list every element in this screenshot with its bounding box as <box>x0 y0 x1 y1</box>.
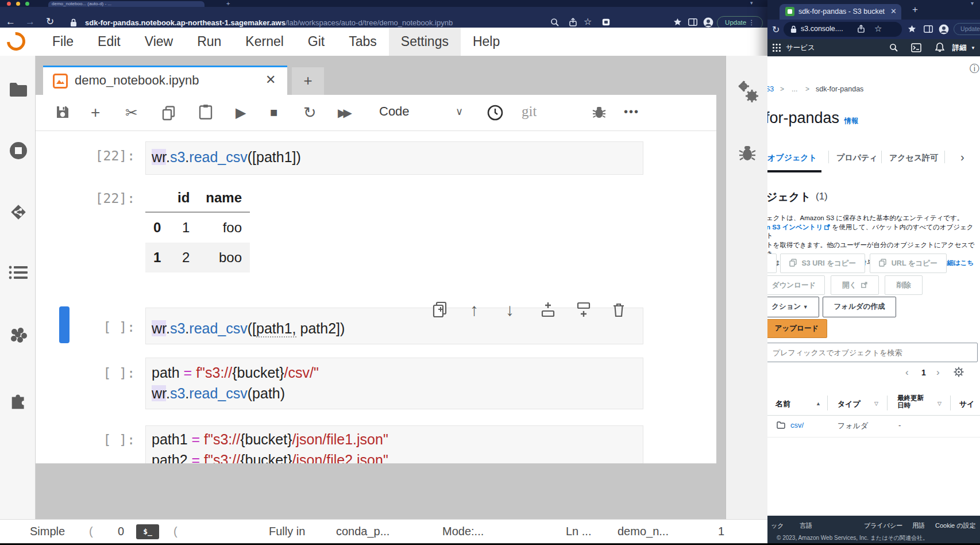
cell3-code-line2[interactable]: wr.s3.read_csv(path) <box>152 385 285 402</box>
debugger-bug-icon[interactable] <box>592 105 607 120</box>
share-icon[interactable] <box>569 18 577 27</box>
move-cell-down-icon[interactable]: ↓ <box>506 301 514 318</box>
share-icon[interactable] <box>857 25 865 33</box>
page-prev-icon[interactable]: ‹ <box>905 367 909 378</box>
lsp-status-label[interactable]: Fully in <box>269 525 305 538</box>
bookmark-star-icon[interactable]: ☆ <box>584 17 592 26</box>
cell2-code[interactable]: wr.s3.read_csv([path1, path2]) <box>152 320 345 337</box>
table-settings-gear-icon[interactable] <box>954 367 964 377</box>
notifications-bell-icon[interactable] <box>935 43 944 52</box>
menu-edit[interactable]: Edit <box>86 28 133 56</box>
inventory-link[interactable]: n S3 インベントリ <box>767 224 823 231</box>
aws-apps-grid-icon[interactable] <box>772 43 781 52</box>
copy-button-fragment[interactable] <box>767 254 777 273</box>
cell1-code[interactable]: wr.s3.read_csv([path1]) <box>152 149 301 166</box>
history-clock-icon[interactable] <box>487 105 503 121</box>
macos-close-button[interactable] <box>7 2 11 6</box>
cloudshell-terminal-icon[interactable] <box>911 43 921 52</box>
duplicate-cell-icon[interactable] <box>432 301 448 318</box>
bookmark-star-icon[interactable]: ☆ <box>874 24 882 34</box>
footer-privacy-link[interactable]: プライバシー <box>864 521 902 530</box>
cell-type-dropdown[interactable]: Code <box>379 104 410 119</box>
simple-mode-label[interactable]: Simple <box>30 525 65 538</box>
column-header-type[interactable]: タイプ <box>838 399 861 409</box>
new-tab-button[interactable]: + <box>226 0 230 7</box>
line-col-label[interactable]: Ln ... <box>566 525 591 538</box>
property-inspector-gears-icon[interactable] <box>736 80 761 105</box>
footer-language-link[interactable]: 言語 <box>800 521 812 530</box>
tab-overflow-chevron-icon[interactable]: ▾ <box>971 0 974 6</box>
extensions-pin-icon[interactable] <box>908 25 916 34</box>
insert-cell-below-icon[interactable] <box>576 301 592 318</box>
close-tab-icon[interactable]: ✕ <box>265 72 276 87</box>
split-view-icon[interactable] <box>688 18 697 26</box>
restart-kernel-icon[interactable]: ↻ <box>303 105 317 120</box>
save-icon[interactable] <box>55 105 70 120</box>
close-tab-icon[interactable]: ✕ <box>890 7 897 16</box>
move-cell-up-icon[interactable]: ↑ <box>470 301 479 318</box>
tab-properties[interactable]: プロパティ <box>836 153 878 163</box>
upload-button[interactable]: アップロード <box>767 319 827 338</box>
page-number[interactable]: 1 <box>921 368 926 377</box>
notebook-scroll-area[interactable] <box>36 131 716 463</box>
stop-kernel-icon[interactable]: ■ <box>270 105 277 120</box>
column-header-modified[interactable]: 最終更新日時 <box>897 394 924 409</box>
footer-terms-link[interactable]: 用語 <box>912 521 925 530</box>
update-button[interactable]: Update <box>954 23 980 35</box>
debugger-sidebar-bug-icon[interactable] <box>738 143 757 163</box>
page-next-icon[interactable]: › <box>936 367 940 378</box>
extension-manager-puzzle-icon[interactable] <box>9 390 28 410</box>
browser-tab[interactable]: sdk-for-pandas - S3 bucket ✕ <box>780 4 901 20</box>
split-view-icon[interactable] <box>924 25 933 33</box>
actions-dropdown-button[interactable]: クション ▼ <box>767 297 819 317</box>
forward-icon[interactable]: → <box>25 17 35 26</box>
column-header-name[interactable]: 名前 <box>775 399 790 409</box>
menu-settings[interactable]: Settings <box>389 28 461 56</box>
kernel-name-label[interactable]: conda_p... <box>336 525 389 538</box>
prefix-search-input[interactable] <box>767 343 978 362</box>
more-options-icon[interactable]: ••• <box>624 105 639 118</box>
breadcrumb-ellipsis[interactable]: ... <box>792 85 797 93</box>
extension-brain-icon[interactable] <box>9 326 28 346</box>
menu-kernel[interactable]: Kernel <box>233 28 295 56</box>
paste-cells-icon[interactable] <box>199 104 213 120</box>
run-cell-icon[interactable]: ▶ <box>236 105 246 120</box>
column-header-size[interactable]: サイ <box>959 399 975 409</box>
delete-cell-icon[interactable] <box>611 301 626 318</box>
delete-button[interactable]: 削除 <box>885 275 923 295</box>
cell-type-chevron-icon[interactable]: ∨ <box>456 105 463 118</box>
aws-details-menu[interactable]: 詳細 <box>952 43 967 53</box>
screencapture-extension-icon[interactable] <box>602 18 610 26</box>
copy-cells-icon[interactable] <box>162 106 176 121</box>
menu-git[interactable]: Git <box>296 28 337 56</box>
address-url[interactable]: sdk-for-pandas.notebook.ap-northeast-1.s… <box>85 18 453 27</box>
sort-modified-icon[interactable]: ▽ <box>937 401 942 406</box>
open-button[interactable]: 開く <box>831 275 879 295</box>
insert-cell-above-icon[interactable] <box>540 301 556 318</box>
menu-help[interactable]: Help <box>461 28 512 56</box>
download-button[interactable]: ダウンロード <box>767 275 825 295</box>
macos-zoom-button[interactable] <box>25 2 29 6</box>
extensions-pin-icon[interactable] <box>673 18 682 27</box>
table-of-contents-icon[interactable] <box>9 265 28 280</box>
footer-cookie-link[interactable]: Cookie の設定 <box>935 521 976 530</box>
aws-services-menu[interactable]: サービス <box>786 43 815 53</box>
browser-tab[interactable]: demo_noteboo... (auto-d) - ... <box>48 1 205 7</box>
back-icon[interactable]: ← <box>6 17 16 26</box>
notebook-tab[interactable]: demo_notebook.ipynb ✕ <box>43 67 287 95</box>
tab-scroll-chevron-icon[interactable]: › <box>960 151 964 164</box>
menu-file[interactable]: File <box>40 28 86 56</box>
copy-s3-uri-button[interactable]: S3 URI をコピー <box>780 254 865 273</box>
footer-feedback-link[interactable]: ック <box>771 521 784 530</box>
restart-run-all-icon[interactable]: ▶▶ <box>338 105 349 120</box>
cell4-code-line1[interactable]: path1 = f"s3://{bucket}/json/file1.json" <box>152 431 388 448</box>
terminal-count[interactable]: 0 <box>118 525 124 538</box>
reload-icon[interactable]: ↻ <box>46 17 54 26</box>
cut-cells-icon[interactable]: ✂ <box>125 105 138 120</box>
menu-view[interactable]: View <box>133 28 185 56</box>
copy-url-button[interactable]: URL をコピー <box>870 254 947 273</box>
menu-tabs[interactable]: Tabs <box>337 28 389 56</box>
running-sessions-icon[interactable] <box>9 141 28 160</box>
sort-asc-icon[interactable]: ▲ <box>816 401 821 406</box>
tab-objects[interactable]: オブジェクト <box>767 153 817 163</box>
